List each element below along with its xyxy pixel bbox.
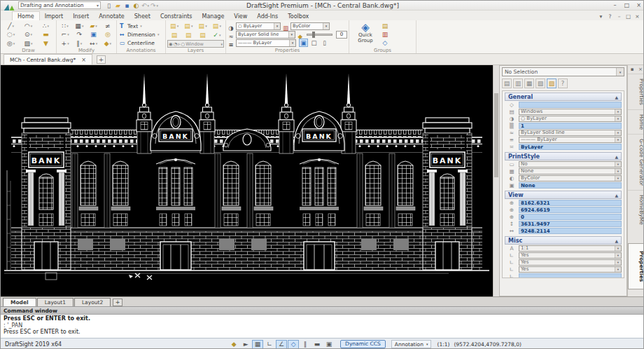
tab-annotate[interactable]: Annotate <box>94 12 130 20</box>
highlight-icon[interactable]: ▣ <box>87 30 101 39</box>
layer-check-icon[interactable]: ✓ <box>210 31 224 39</box>
layer-off-icon[interactable]: ▤ <box>181 22 195 30</box>
ucs-icon-origin-value[interactable]: Yes▾ <box>519 259 622 266</box>
lineweight-icon[interactable]: ▬ <box>312 340 323 349</box>
dynamic-ccs-button[interactable]: Dynamic CCS <box>340 340 386 348</box>
layer-radio-on-icon[interactable]: ◉ <box>169 41 173 47</box>
ucs-per-viewport-value[interactable]: Yes▾ <box>519 266 622 273</box>
line-color-dropdown[interactable]: ○ ByLayer ▾ <box>236 22 281 30</box>
doc-tab-central-bank[interactable]: MCh - Central Bank.dwg* × <box>4 54 92 64</box>
layer-freeze-icon[interactable]: ▤ <box>196 22 210 30</box>
hatch-icon[interactable]: ▨ <box>20 39 37 48</box>
line-weight-icon[interactable]: ≡ <box>227 41 234 48</box>
child-close-icon[interactable]: × <box>633 13 642 20</box>
sheet-tab-model[interactable]: Model <box>3 298 36 306</box>
stretch-icon[interactable]: ↔ <box>87 39 101 48</box>
edit-group-icon[interactable]: ▤ <box>380 22 390 30</box>
command-window[interactable]: Command window Press ESC or ENTER to exi… <box>1 306 644 338</box>
child-minimize-icon[interactable]: – <box>615 13 624 20</box>
pp-edit-icon[interactable]: ▨ <box>547 78 556 88</box>
copy-icon[interactable]: ∥ <box>72 39 86 48</box>
close-tab-icon[interactable]: × <box>81 57 86 63</box>
text-tool-button[interactable]: T Text ▾ <box>118 22 164 30</box>
line-style-value[interactable]: ByLayer Solid line▾ <box>519 130 622 136</box>
new-tab-button[interactable]: + <box>97 55 106 64</box>
layer-radio-off-icon[interactable]: ○ <box>181 41 186 47</box>
view-width-value[interactable]: 9248.2114 <box>519 228 622 234</box>
move-icon[interactable]: + <box>58 39 72 48</box>
layer-value[interactable]: Windows▾ <box>519 109 622 115</box>
center-y-value[interactable]: 6924.6619 <box>519 207 622 213</box>
minimize-icon[interactable]: – <box>609 1 621 10</box>
pp-filter-icon[interactable]: ▧ <box>536 78 545 88</box>
section-header-general[interactable]: General▲ <box>505 93 622 101</box>
arc-icon[interactable]: ◠ <box>20 22 37 30</box>
selection-dropdown[interactable]: No Selection ▾ <box>502 67 624 76</box>
close-icon[interactable]: × <box>633 1 644 10</box>
section-header-view[interactable]: View▲ <box>505 191 622 199</box>
line-weight-dropdown[interactable]: ——— ByLayer ▾ <box>236 39 296 47</box>
sheet-toggle-icon[interactable]: ▯ <box>320 39 329 47</box>
add-sheet-button[interactable]: + <box>113 299 122 306</box>
group-manager-icon[interactable]: ◇ <box>380 39 390 47</box>
line-color-value[interactable]: ○ ByLayer▾ <box>519 116 622 122</box>
canvas-vertical-scrollbar[interactable] <box>493 65 499 296</box>
layer-lock-icon[interactable]: ▤ <box>210 22 224 30</box>
pp-select-icon[interactable]: ▤ <box>502 78 512 88</box>
transparency-value[interactable]: 1 <box>519 123 622 129</box>
section-header-printstyle[interactable]: PrintStyle▲ <box>505 152 622 160</box>
redo-icon[interactable]: ↷ <box>150 1 159 10</box>
center-z-value[interactable]: 0 <box>519 214 622 220</box>
isolate-icon[interactable]: ▣ <box>323 340 335 349</box>
pp-list-icon[interactable]: ▦ <box>524 78 534 88</box>
etrack-icon[interactable]: ∥ <box>300 340 311 349</box>
hyperlink-value[interactable] <box>519 102 622 108</box>
child-restore-icon[interactable]: □ <box>624 13 633 20</box>
ortho-icon[interactable]: ∟ <box>264 340 275 349</box>
layer-filter-dropdown[interactable]: ◉◔▹○ Window ▾ <box>167 40 224 48</box>
panel-close-icon[interactable]: × <box>638 67 644 72</box>
ucs-name-value[interactable] <box>519 273 622 279</box>
pointer-icon[interactable]: ► <box>240 340 251 349</box>
restore-icon[interactable]: □ <box>621 1 633 10</box>
undo-icon[interactable]: ↶ <box>141 1 150 10</box>
transparency-slider[interactable] <box>307 34 332 36</box>
scrollbar-thumb[interactable] <box>494 93 498 177</box>
side-tab-properties-active[interactable]: Properties <box>628 243 644 289</box>
slider-thumb[interactable] <box>312 32 315 38</box>
layers-manager-icon[interactable]: ▤ <box>167 22 181 30</box>
ucs-icon-on-value[interactable]: Yes▾ <box>519 252 622 259</box>
annotation-scale-value[interactable]: 1:1▾ <box>519 245 622 252</box>
grid-icon[interactable]: ▦ <box>252 340 263 349</box>
views-toggle-icon[interactable]: □ <box>309 39 318 47</box>
ellipse-icon[interactable]: ⊙ <box>20 30 37 39</box>
line-weight-value[interactable]: ——— ByLayer▾ <box>519 137 622 143</box>
layer-unisolate-icon[interactable]: ▤ <box>196 31 210 39</box>
tab-import[interactable]: Import <box>40 12 69 20</box>
line-style-dropdown[interactable]: ByLayer Solid line ▾ <box>236 31 295 39</box>
workspace-dropdown[interactable]: Drafting and Annotation ▾ <box>18 1 101 9</box>
collapse-ribbon-icon[interactable]: ▾ <box>596 13 606 20</box>
print-icon[interactable]: ◐ <box>132 1 141 10</box>
line-icon[interactable]: ╱ <box>2 22 20 30</box>
tab-manage[interactable]: Manage <box>197 12 230 20</box>
layer-isolate-icon[interactable]: ▤ <box>181 31 195 39</box>
point-icon[interactable]: ∴ <box>37 22 55 30</box>
split-icon[interactable]: ≠ <box>101 22 115 30</box>
tab-constraints[interactable]: Constraints <box>155 12 197 20</box>
layer-radio-mid-icon[interactable]: ◔ <box>174 41 178 47</box>
side-tab-gcode-generator[interactable]: G-code Generator <box>628 134 644 190</box>
layer-radio-arrow-icon[interactable]: ▹ <box>178 41 180 47</box>
save-icon[interactable]: ▪ <box>122 1 132 10</box>
explode-icon[interactable]: ◆ <box>101 39 115 48</box>
section-header-misc[interactable]: Misc▲ <box>505 236 622 245</box>
command-window-header[interactable]: Command window <box>1 307 644 315</box>
sheet-tab-layout1[interactable]: Layout1 <box>37 298 74 306</box>
side-tab-homebyme[interactable]: HomeByMe <box>628 190 644 229</box>
print-style-table-value[interactable]: None▾ <box>519 168 622 174</box>
polygon-icon[interactable]: ▼ <box>37 39 55 48</box>
help-icon[interactable]: ? <box>606 13 615 20</box>
revision-cloud-icon[interactable]: ◌ <box>2 30 20 39</box>
pp-help-icon[interactable]: ? <box>558 78 568 88</box>
tab-home[interactable]: Home <box>12 11 40 20</box>
